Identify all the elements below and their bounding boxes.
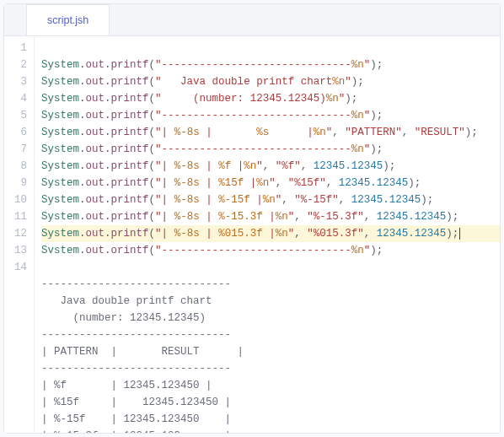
line-number: 2 (4, 57, 27, 73)
output-line: | PATTERN | RESULT | (41, 343, 500, 360)
code-lines[interactable]: System.out.printf("---------------------… (35, 36, 500, 433)
text-cursor (459, 228, 460, 240)
code-line[interactable]: Svstem.out.orintf("---------------------… (41, 242, 500, 259)
code-line[interactable]: System.out.printf("| %-8s | %-15.3f |%n"… (41, 208, 500, 225)
line-number: 7 (4, 141, 27, 158)
output-line: ------------------------------ (41, 276, 500, 293)
line-number (4, 394, 27, 411)
output-line: (number: 12345.12345) (41, 310, 500, 326)
code-line[interactable]: System.out.printf("| %-8s | %15f |%n", "… (41, 175, 500, 192)
line-number: 8 (4, 158, 27, 175)
output-line: | %-15f | 12345.123450 | (41, 411, 500, 428)
line-number (4, 293, 27, 310)
output-line: | %f | 12345.123450 | (41, 377, 500, 394)
output-line: | %15f | 12345.123450 | (41, 394, 500, 411)
output-line: ------------------------------ (41, 326, 500, 343)
line-number-gutter: 1234567891011121314 (4, 36, 35, 433)
line-number (4, 411, 27, 428)
line-number: 12 (4, 225, 27, 242)
code-line[interactable] (41, 259, 500, 276)
line-number: 14 (4, 259, 27, 276)
line-number: 9 (4, 175, 27, 192)
code-line[interactable]: System.out.printf("| %-8s | %s |%n", "PA… (41, 124, 500, 141)
code-editor: script.jsh 1234567891011121314 System.ou… (3, 3, 501, 434)
output-line: ------------------------------ (41, 360, 500, 377)
line-number (4, 343, 27, 360)
line-number: 3 (4, 73, 27, 90)
tab-bar: script.jsh (4, 4, 500, 36)
line-number (4, 326, 27, 343)
line-number: 4 (4, 90, 27, 107)
code-line[interactable]: System.out.printf("---------------------… (41, 57, 500, 73)
code-line[interactable]: System.out.printf("| %-8s | %f |%n", "%f… (41, 158, 500, 175)
output-line: | %-15.3f | 12345.123 | (41, 428, 500, 433)
code-line[interactable]: System.out.printf("| %-8s | %-15f |%n", … (41, 192, 500, 208)
file-tab-label: script.jsh (47, 14, 88, 26)
code-line[interactable]: System.out.printf("---------------------… (41, 107, 500, 124)
line-number (4, 310, 27, 326)
line-number (4, 276, 27, 293)
line-number: 1 (4, 40, 27, 57)
line-number (4, 377, 27, 394)
code-line[interactable] (41, 40, 500, 57)
output-line: Java double printf chart (41, 293, 500, 310)
code-line[interactable]: System.out.printf(" (number: 12345.12345… (41, 90, 500, 107)
line-number (4, 360, 27, 377)
line-number: 13 (4, 242, 27, 259)
line-number: 6 (4, 124, 27, 141)
line-number (4, 428, 27, 433)
code-line[interactable]: System.out.printf("| %-8s | %015.3f |%n"… (41, 225, 500, 242)
line-number: 11 (4, 208, 27, 225)
code-line[interactable]: System.out.printf("---------------------… (41, 141, 500, 158)
file-tab[interactable]: script.jsh (26, 4, 110, 35)
line-number: 10 (4, 192, 27, 208)
line-number: 5 (4, 107, 27, 124)
code-line[interactable]: System.out.printf(" Java double printf c… (41, 73, 500, 90)
code-area[interactable]: 1234567891011121314 System.out.printf("-… (4, 36, 500, 433)
